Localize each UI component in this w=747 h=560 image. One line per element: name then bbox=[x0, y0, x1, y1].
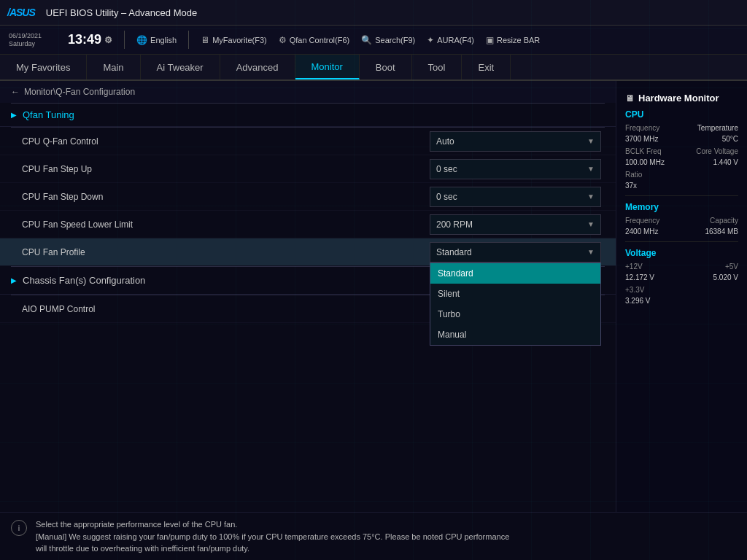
cpu-fan-step-down-dropdown[interactable]: 0 sec ▼ bbox=[430, 187, 601, 207]
fan-profile-option-manual[interactable]: Manual bbox=[430, 324, 600, 345]
v12-v5-keys: +12V +5V bbox=[625, 262, 738, 271]
cpu-fan-speed-lower-row: CPU Fan Speed Lower Limit 200 RPM ▼ bbox=[0, 211, 616, 238]
cpu-fan-profile-control[interactable]: Standard ▼ Standard Silent Turbo Manual bbox=[430, 242, 605, 262]
fan-profile-dropdown-list[interactable]: Standard Silent Turbo Manual bbox=[430, 262, 601, 346]
sidebar-title: 🖥 Hardware Monitor bbox=[625, 93, 738, 104]
favorite-label: MyFavorite(F3) bbox=[212, 36, 267, 44]
main-layout: ← Monitor\Q-Fan Configuration ▶ Qfan Tun… bbox=[0, 81, 747, 512]
v5-val: 5.020 V bbox=[713, 273, 738, 281]
cpu-temperature-val: 50°C bbox=[722, 135, 738, 143]
cpu-fan-step-up-value: 0 sec bbox=[436, 164, 457, 174]
cpu-ratio-val-row: 37x bbox=[625, 182, 738, 190]
search-btn[interactable]: 🔍 Search(F9) bbox=[361, 35, 415, 45]
resize-icon: ▣ bbox=[486, 35, 494, 45]
cpu-qfan-control-dropdown[interactable]: Auto ▼ bbox=[430, 131, 605, 152]
cpu-fan-step-up-dropdown[interactable]: 0 sec ▼ bbox=[430, 159, 601, 179]
cpu-frequency-row: Frequency Temperature bbox=[625, 124, 738, 132]
divider1 bbox=[124, 31, 125, 49]
cpu-qfan-control-label: CPU Q-Fan Control bbox=[22, 136, 430, 147]
cpu-ratio-row: Ratio bbox=[625, 171, 738, 179]
my-favorite-btn[interactable]: 🖥 MyFavorite(F3) bbox=[201, 35, 267, 45]
sidebar-content: 🖥 Hardware Monitor CPU Frequency Tempera… bbox=[616, 87, 747, 311]
cpu-fan-step-down-row: CPU Fan Step Down 0 sec ▼ bbox=[0, 183, 616, 211]
fan-profile-option-standard[interactable]: Standard bbox=[430, 263, 600, 284]
language-label: English bbox=[150, 36, 177, 44]
cpu-fan-step-up-row: CPU Fan Step Up 0 sec ▼ bbox=[0, 155, 616, 183]
v33-key-row: +3.3V bbox=[625, 286, 738, 294]
divider2 bbox=[188, 31, 189, 49]
tab-main[interactable]: Main bbox=[87, 55, 140, 79]
v33-val: 3.296 V bbox=[625, 297, 650, 305]
cpu-bclk-voltage-keys: BCLK Freq Core Voltage bbox=[625, 147, 738, 155]
section-expand-icon[interactable]: ▶ bbox=[11, 111, 17, 119]
tab-monitor[interactable]: Monitor bbox=[295, 55, 360, 79]
resize-bar-label: Resize BAR bbox=[497, 36, 540, 44]
monitor-icon: 🖥 bbox=[625, 93, 634, 104]
mem-frequency-key: Frequency bbox=[625, 217, 659, 225]
nav-tabs: My Favorites Main Ai Tweaker Advanced Mo… bbox=[0, 55, 747, 81]
cpu-qfan-dropdown-trigger[interactable]: Auto ▼ bbox=[430, 131, 601, 152]
breadcrumb: ← Monitor\Q-Fan Configuration bbox=[0, 81, 616, 103]
cpu-fan-profile-dropdown[interactable]: Standard ▼ bbox=[430, 242, 601, 262]
tab-tool[interactable]: Tool bbox=[412, 55, 462, 79]
tab-boot[interactable]: Boot bbox=[360, 55, 412, 79]
dropdown-arrow2: ▼ bbox=[587, 165, 595, 173]
cpu-core-voltage-val: 1.440 V bbox=[713, 158, 738, 166]
resize-bar-btn[interactable]: ▣ Resize BAR bbox=[486, 35, 540, 45]
language-selector[interactable]: 🌐 English bbox=[136, 35, 177, 45]
cpu-ratio-key: Ratio bbox=[625, 171, 642, 179]
aio-pump-label: AIO PUMP Control bbox=[22, 304, 95, 314]
search-icon: 🔍 bbox=[361, 35, 372, 45]
qfan-section-header: ▶ Qfan Tuning bbox=[0, 104, 616, 127]
qfan-label: Qfan Control(F6) bbox=[290, 36, 350, 44]
info-line3: will throttle due to overheating with in… bbox=[36, 542, 509, 555]
fan-profile-option-turbo[interactable]: Turbo bbox=[430, 304, 600, 324]
dropdown-arrow: ▼ bbox=[587, 137, 595, 145]
cpu-frequency-val: 3700 MHz bbox=[625, 135, 659, 143]
cpu-fan-speed-lower-control[interactable]: 200 RPM ▼ bbox=[430, 214, 605, 235]
dropdown-arrow5: ▼ bbox=[587, 248, 595, 256]
v5-key: +5V bbox=[725, 262, 738, 271]
sidebar-divider1 bbox=[625, 195, 738, 196]
tab-ai-tweaker[interactable]: Ai Tweaker bbox=[141, 55, 220, 79]
content-area: ← Monitor\Q-Fan Configuration ▶ Qfan Tun… bbox=[0, 81, 616, 512]
settings-icon[interactable]: ⚙ bbox=[104, 35, 112, 45]
hardware-monitor-sidebar: 🖥 Hardware Monitor CPU Frequency Tempera… bbox=[616, 81, 747, 512]
time-display: 13:49 bbox=[68, 32, 101, 47]
back-arrow[interactable]: ← bbox=[11, 87, 20, 97]
cpu-fan-step-down-label: CPU Fan Step Down bbox=[22, 192, 430, 202]
mem-capacity-val: 16384 MB bbox=[705, 228, 738, 236]
info-text: Select the appropriate performance level… bbox=[36, 518, 509, 555]
dropdown-arrow4: ▼ bbox=[587, 220, 595, 228]
asus-brand: /ASUS bbox=[7, 7, 35, 18]
cpu-bclk-val: 100.00 MHz bbox=[625, 158, 665, 166]
chassis-expand-icon[interactable]: ▶ bbox=[11, 276, 17, 284]
fan-profile-option-silent[interactable]: Silent bbox=[430, 284, 600, 304]
cpu-frequency-key: Frequency bbox=[625, 124, 659, 132]
qfan-section-label: Qfan Tuning bbox=[23, 109, 74, 120]
cpu-fan-step-up-control[interactable]: 0 sec ▼ bbox=[430, 159, 605, 179]
cpu-fan-speed-lower-dropdown[interactable]: 200 RPM ▼ bbox=[430, 214, 601, 235]
bios-title: UEFI BIOS Utility – Advanced Mode bbox=[46, 7, 197, 18]
cpu-fan-profile-value: Standard bbox=[436, 247, 472, 257]
tab-advanced[interactable]: Advanced bbox=[220, 55, 295, 79]
cpu-qfan-value: Auto bbox=[436, 136, 454, 147]
info-bar: i Select the appropriate performance lev… bbox=[0, 512, 747, 560]
tab-exit[interactable]: Exit bbox=[462, 55, 511, 79]
tab-my-favorites[interactable]: My Favorites bbox=[0, 55, 87, 79]
cpu-fan-step-down-control[interactable]: 0 sec ▼ bbox=[430, 187, 605, 207]
qfan-control-btn[interactable]: ⚙ Qfan Control(F6) bbox=[279, 35, 350, 45]
day: Saturday bbox=[9, 40, 56, 48]
favorite-icon: 🖥 bbox=[201, 35, 209, 45]
v12-key: +12V bbox=[625, 262, 643, 271]
cpu-ratio-val: 37x bbox=[625, 182, 637, 190]
cpu-fan-speed-lower-label: CPU Fan Speed Lower Limit bbox=[22, 219, 430, 230]
info-line1: Select the appropriate performance level… bbox=[36, 518, 509, 531]
aura-icon: ✦ bbox=[427, 35, 434, 45]
voltage-section-label: Voltage bbox=[625, 248, 738, 258]
cpu-fan-profile-label: CPU Fan Profile bbox=[22, 247, 430, 257]
clock: 13:49 ⚙ bbox=[68, 32, 112, 47]
aura-btn[interactable]: ✦ AURA(F4) bbox=[427, 35, 474, 45]
date: 06/19/2021 bbox=[9, 32, 56, 40]
breadcrumb-path: Monitor\Q-Fan Configuration bbox=[24, 87, 135, 97]
